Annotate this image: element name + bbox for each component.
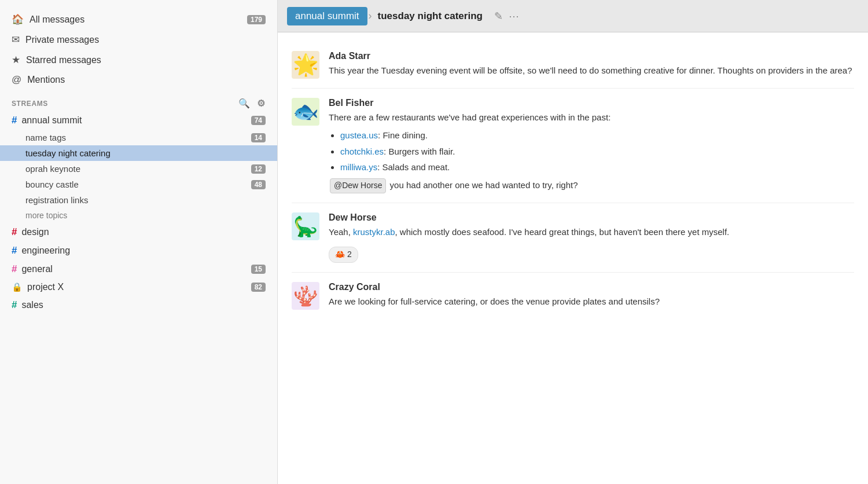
message-sender: Dew Horse xyxy=(329,212,854,223)
stream-label: general xyxy=(21,264,52,274)
topic-label: oprah keynote xyxy=(25,164,80,174)
avatar: 🪸 xyxy=(292,282,319,310)
message-sender: Bel Fisher xyxy=(329,98,854,108)
topic-item-bouncy-castle[interactable]: bouncy castle 48 xyxy=(0,177,277,192)
topic-item-oprah-keynote[interactable]: oprah keynote 12 xyxy=(0,161,277,177)
at-icon: @ xyxy=(12,74,21,86)
pre-link-text: Yeah, xyxy=(329,227,353,237)
sidebar-item-annual-summit[interactable]: # annual summit 74 xyxy=(0,111,277,130)
topic-badge: 12 xyxy=(251,164,266,174)
breadcrumb-separator: › xyxy=(369,10,372,22)
message-sender: Crazy Coral xyxy=(329,282,854,292)
topic-item-tuesday-night-catering[interactable]: tuesday night catering xyxy=(0,145,277,161)
star-icon: ★ xyxy=(12,54,20,66)
breadcrumb-stream[interactable]: annual summit xyxy=(287,7,367,25)
post-link-text: , which mostly does seafood. I've heard … xyxy=(395,227,730,237)
gear-icon[interactable]: ⚙ xyxy=(257,98,266,109)
list-item-text: : Fine dining. xyxy=(378,130,428,140)
hash-icon: # xyxy=(12,299,17,311)
restaurant-list: gustea.us: Fine dining. chotchki.es: Bur… xyxy=(340,129,854,174)
message-sender: Ada Starr xyxy=(329,51,854,61)
breadcrumb-topic: tuesday night catering xyxy=(373,7,487,25)
message-row: 🪸 Crazy Coral Are we looking for full-se… xyxy=(278,275,868,317)
reaction-emoji: 🦀 xyxy=(335,248,345,261)
sidebar-item-engineering[interactable]: # engineering xyxy=(0,241,277,260)
topic-label: registration links xyxy=(25,195,88,205)
sidebar-item-starred-messages[interactable]: ★ Starred messages xyxy=(0,50,277,70)
message-row: 🦕 Dew Horse Yeah, krustykr.ab, which mos… xyxy=(278,206,868,270)
stream-label: project X xyxy=(27,282,64,292)
streams-header-icons: 🔍 ⚙ xyxy=(238,98,266,109)
avatar: 🐟 xyxy=(292,98,319,126)
topic-label: name tags xyxy=(25,133,66,142)
hash-icon: # xyxy=(12,226,17,238)
mention-tag[interactable]: @Dew Horse xyxy=(330,178,386,193)
sidebar-item-mentions[interactable]: @ Mentions xyxy=(0,70,277,90)
message-content: Are we looking for full-service catering… xyxy=(329,296,660,306)
streams-header: STREAMS 🔍 ⚙ xyxy=(0,92,277,111)
hash-icon: # xyxy=(12,263,17,275)
top-bar-icons: ✎ ⋯ xyxy=(494,10,519,23)
sidebar-item-design[interactable]: # design xyxy=(0,223,277,241)
sidebar-item-sales[interactable]: # sales xyxy=(0,296,277,314)
topic-item-registration-links[interactable]: registration links xyxy=(0,192,277,208)
message-body: Ada Starr This year the Tuesday evening … xyxy=(329,51,854,77)
link-milliwa[interactable]: milliwa.ys xyxy=(340,162,377,172)
all-messages-badge: 179 xyxy=(247,15,266,24)
stream-label: annual summit xyxy=(21,115,82,126)
message-body: Dew Horse Yeah, krustykr.ab, which mostl… xyxy=(329,212,854,263)
main-content: annual summit › tuesday night catering ✎… xyxy=(278,0,868,484)
message-divider xyxy=(292,88,854,89)
sidebar-item-project-x[interactable]: 🔒 project X 82 xyxy=(0,278,277,296)
topic-label: bouncy castle xyxy=(25,179,79,189)
link-chotchki[interactable]: chotchki.es xyxy=(340,146,384,156)
sidebar-item-label: Starred messages xyxy=(26,55,101,65)
message-divider xyxy=(292,203,854,203)
message-row: 🐟 Bel Fisher There are a few restaurants… xyxy=(278,91,868,200)
list-item: milliwa.ys: Salads and meat. xyxy=(340,160,854,174)
list-item-text: : Salads and meat. xyxy=(377,162,450,172)
stream-badge: 74 xyxy=(251,116,266,125)
message-text: Are we looking for full-service catering… xyxy=(329,295,854,308)
more-topics-link[interactable]: more topics xyxy=(0,208,277,223)
sidebar-item-general[interactable]: # general 15 xyxy=(0,260,277,278)
message-body: Bel Fisher There are a few restaurants w… xyxy=(329,98,854,193)
list-item: gustea.us: Fine dining. xyxy=(340,129,854,142)
more-icon[interactable]: ⋯ xyxy=(509,10,519,23)
search-icon[interactable]: 🔍 xyxy=(238,98,251,109)
mention-suffix: you had another one we had wanted to try… xyxy=(387,180,578,190)
message-body: Crazy Coral Are we looking for full-serv… xyxy=(329,282,854,308)
sidebar-item-private-messages[interactable]: ✉ Private messages xyxy=(0,30,277,50)
stream-label: sales xyxy=(21,300,43,310)
envelope-icon: ✉ xyxy=(12,34,20,46)
message-text: This year the Tuesday evening event will… xyxy=(329,64,854,77)
reaction-crab[interactable]: 🦀 2 xyxy=(329,247,358,263)
message-divider xyxy=(292,272,854,273)
lock-icon: 🔒 xyxy=(12,282,23,292)
sidebar: 🏠 All messages 179 ✉ Private messages ★ … xyxy=(0,0,278,484)
link-krustykr[interactable]: krustykr.ab xyxy=(353,227,395,237)
sidebar-item-all-messages[interactable]: 🏠 All messages 179 xyxy=(0,9,277,30)
messages-list: 🌟 Ada Starr This year the Tuesday evenin… xyxy=(278,32,868,484)
message-row: 🌟 Ada Starr This year the Tuesday evenin… xyxy=(278,44,868,86)
stream-badge: 15 xyxy=(251,265,266,274)
hash-icon: # xyxy=(12,245,17,256)
sidebar-item-label: All messages xyxy=(30,14,84,25)
sidebar-item-label: Private messages xyxy=(25,35,99,45)
reaction-count: 2 xyxy=(347,248,352,261)
topic-item-name-tags[interactable]: name tags 14 xyxy=(0,130,277,145)
hash-icon: # xyxy=(12,115,17,126)
stream-badge: 82 xyxy=(251,283,266,292)
stream-label: design xyxy=(21,227,49,237)
streams-label: STREAMS xyxy=(12,100,48,108)
home-icon: 🏠 xyxy=(12,13,24,25)
topic-badge: 48 xyxy=(251,180,266,189)
sidebar-nav-section: 🏠 All messages 179 ✉ Private messages ★ … xyxy=(0,7,277,92)
sidebar-item-label: Mentions xyxy=(27,75,65,85)
message-text: Yeah, krustykr.ab, which mostly does sea… xyxy=(329,225,854,263)
edit-icon[interactable]: ✎ xyxy=(494,10,503,23)
message-content: This year the Tuesday evening event will… xyxy=(329,65,852,75)
link-gustea[interactable]: gustea.us xyxy=(340,130,378,140)
list-item: chotchki.es: Burgers with flair. xyxy=(340,145,854,158)
topic-badge: 14 xyxy=(251,133,266,142)
